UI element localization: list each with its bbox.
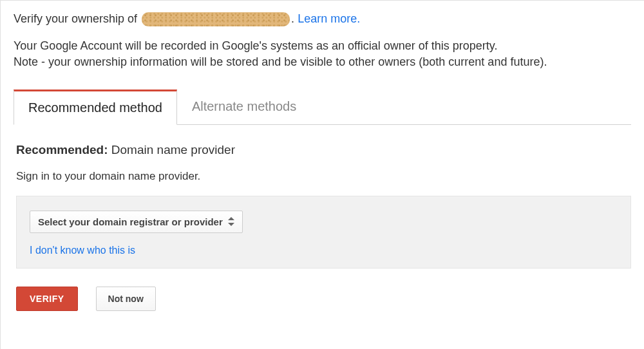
domain-registrar-select[interactable]: Select your domain registrar or provider [30, 211, 243, 233]
dont-know-link[interactable]: I don't know who this is [30, 245, 618, 256]
recommended-label: Recommended: [16, 143, 108, 156]
tab-recommended-label: Recommended method [28, 100, 162, 115]
verify-suffix-text: . [291, 12, 294, 25]
select-area: Select your domain registrar or provider… [16, 196, 631, 269]
recommended-heading: Recommended: Domain name provider [16, 143, 631, 157]
select-placeholder: Select your domain registrar or provider [38, 216, 223, 227]
verify-ownership-line: Verify your ownership of . Learn more. [14, 12, 631, 26]
verify-prefix-text: Verify your ownership of [14, 12, 137, 25]
tab-content: Recommended: Domain name provider Sign i… [14, 143, 631, 311]
tab-alternate-methods[interactable]: Alternate methods [177, 90, 311, 125]
button-row: VERIFY Not now [16, 287, 631, 311]
not-now-button[interactable]: Not now [96, 287, 156, 311]
disclaimer-text: Your Google Account will be recorded in … [14, 38, 631, 70]
redacted-domain [142, 12, 290, 26]
verify-button[interactable]: VERIFY [16, 287, 78, 311]
signin-text: Sign in to your domain name provider. [16, 170, 631, 183]
tab-alternate-label: Alternate methods [192, 99, 296, 113]
method-name: Domain name provider [111, 143, 235, 156]
disclaimer-line1: Your Google Account will be recorded in … [14, 38, 631, 53]
disclaimer-line2: Note - your ownership information will b… [14, 54, 631, 70]
tabs: Recommended method Alternate methods [14, 89, 631, 125]
updown-icon [228, 217, 234, 226]
tab-recommended-method[interactable]: Recommended method [14, 90, 177, 125]
learn-more-link[interactable]: Learn more. [298, 12, 360, 25]
